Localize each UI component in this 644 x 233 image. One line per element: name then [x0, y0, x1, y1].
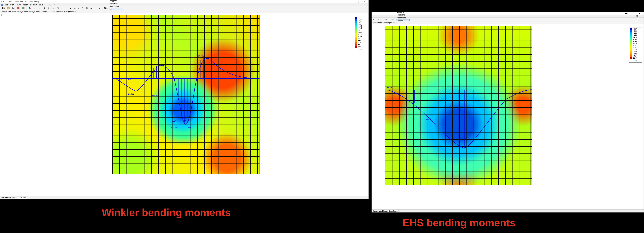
lc-button[interactable]: .LC — [1, 7, 6, 10]
toolbar2-assemblies-manager[interactable]: Assemblies Manager — [54, 11, 71, 13]
toolbar-reactions[interactable]: Reactions — [109, 2, 123, 5]
close-button[interactable]: ✕ — [636, 12, 643, 15]
line-icon[interactable]: Ｌ — [68, 6, 72, 10]
circle-icon[interactable]: ○ — [77, 7, 80, 10]
bcs-button[interactable]: BCs — [103, 7, 108, 10]
mars-icon[interactable]: ♂ — [380, 18, 384, 21]
toolbar-loads[interactable]: Loads — [396, 5, 410, 8]
close-button[interactable]: ✕ — [361, 0, 368, 4]
legend-value: -10.7 — [358, 36, 362, 38]
vector-icon[interactable]: ↗ — [60, 7, 64, 10]
legend-value: -284 — [633, 38, 637, 41]
legend-row: -457 — [630, 28, 641, 30]
legend-swatch — [630, 32, 632, 34]
toolbar2-select-case[interactable]: Select Case — [36, 11, 45, 13]
toolbar-bcs-legend[interactable]: BCs Legend — [396, 8, 410, 11]
annotation: -17.006 — [127, 93, 134, 95]
menu-file[interactable]: File — [4, 4, 9, 6]
element-icon[interactable]: ◫ — [56, 7, 60, 10]
status-label: Current Load Case: — [1, 197, 16, 199]
rect-icon[interactable]: ▭ — [372, 18, 376, 21]
toolbar2-paths-manager[interactable]: Paths Manager — [24, 11, 36, 13]
legend-swatch — [355, 44, 357, 46]
toolbar-secondary-partial: olsAssemblies ManagerBeams — [372, 21, 644, 24]
maximize-button[interactable]: ▢ — [354, 0, 361, 4]
svg-text:+: + — [34, 7, 35, 9]
menu-action[interactable]: Action — [22, 4, 29, 6]
titlebar[interactable]: — ▢ ✕ — [372, 12, 644, 15]
mdi-close-icon[interactable]: × — [639, 15, 643, 17]
spring2-icon[interactable]: ≋ — [89, 7, 93, 10]
legend-row: -319 — [630, 36, 641, 38]
legend-value: 40.6 — [358, 42, 361, 44]
tool-icon-2[interactable] — [21, 7, 26, 10]
annotation: -137.25 — [459, 137, 466, 140]
toolbar2-assemblies-manager[interactable]: Assemblies Manager — [375, 22, 391, 24]
poly-icon[interactable]: ⬠ — [81, 7, 84, 10]
node-icon[interactable]: ⌾ — [52, 7, 56, 10]
legend-row: -77.6 — [630, 51, 641, 53]
menu-help[interactable]: Help — [38, 4, 44, 6]
legend-value: -44.9 — [358, 31, 362, 33]
bcs-button[interactable]: BCs — [390, 18, 395, 21]
zoom-in-icon[interactable]: + — [32, 7, 37, 10]
save-icon[interactable] — [11, 7, 16, 10]
canvas-area[interactable]: 0 57.798 29.025 -17.006 -22.056 -3. — [0, 13, 368, 196]
toolbar2-beams[interactable]: Beams — [391, 22, 397, 24]
mdi-restore-icon[interactable]: ❐ — [48, 4, 52, 6]
toolbar2-query[interactable]: Query — [1, 11, 6, 13]
toolbar-supports[interactable]: Supports — [396, 11, 410, 14]
titlebar[interactable]: BE4E-PLPost - [1.LoadCase1-title1-LoadCa… — [0, 0, 368, 4]
rect-icon[interactable]: ▭ — [73, 7, 76, 10]
toolbar2-ols[interactable]: ols — [372, 22, 375, 24]
legend-row: 25.8 — [630, 57, 641, 59]
legend-value: -319 — [633, 36, 637, 38]
legend-panel[interactable]: -457-422-388-353-319-284-250-215-181-147… — [629, 27, 642, 63]
toolbar2-pl-controls[interactable]: PL Controls — [45, 11, 54, 13]
grid-icon[interactable]: ▦ — [47, 7, 50, 10]
maximize-button[interactable]: ▢ — [630, 12, 636, 15]
menu-draw[interactable]: Draw — [15, 4, 22, 6]
mars2-icon[interactable]: ♂ — [94, 7, 97, 10]
legend-swatch — [630, 55, 632, 57]
toolbar-assemblies[interactable]: Assemblies — [109, 5, 123, 8]
legend-row: -10.7 — [355, 36, 366, 38]
legend-value: -250 — [633, 41, 637, 43]
zoom-out-icon[interactable]: - — [38, 7, 42, 10]
toolbar2-results-manager[interactable]: Results Manager — [10, 11, 24, 13]
legend-row: 57.7 — [355, 44, 366, 46]
tool-icon-1[interactable] — [16, 7, 21, 10]
contour-plot[interactable]: 9.62219 -28.8 2 -137.25 — [385, 26, 532, 185]
open-icon[interactable] — [6, 7, 10, 10]
legend-row: -284 — [630, 38, 641, 41]
canvas-area[interactable]: 9.62219 -28.8 2 -137.25 -457-422-388-353… — [372, 24, 644, 209]
legend-value: -181 — [633, 45, 637, 47]
toolbar-assemblies[interactable]: Assemblies — [396, 16, 410, 19]
mdi-restore-icon[interactable]: ❐ — [635, 15, 639, 17]
legend-panel[interactable]: -165-148-130-113-96.2-79.1-62-44.9-27.8-… — [354, 16, 367, 51]
annotation: -28.8 — [426, 118, 431, 121]
mdi-minimize-icon[interactable]: – — [45, 4, 48, 6]
mars-icon[interactable]: ♂ — [64, 7, 68, 10]
toolbar-supports[interactable]: Supports — [109, 0, 123, 2]
menu-pldesin[interactable]: PLDesin — [29, 4, 38, 6]
minimize-button[interactable]: — — [623, 12, 630, 15]
menu-view[interactable]: View — [9, 4, 15, 6]
pan-icon[interactable]: ✥ — [42, 7, 46, 10]
legend-value: 25.8 — [633, 57, 636, 59]
curve-icon[interactable]: 曲 — [85, 6, 89, 10]
toolbar-reactions[interactable]: Reactions — [396, 14, 410, 16]
legend-row: -215 — [630, 43, 641, 45]
toolbar2-solve[interactable]: Solve — [6, 11, 10, 13]
re-button[interactable]: Re — [28, 7, 32, 10]
toolbar2-beams[interactable]: Beams — [71, 11, 76, 13]
wave-icon[interactable]: ∿ — [98, 7, 101, 10]
contour-plot[interactable]: 57.798 29.025 -17.006 -22.056 -3.054 -1.… — [112, 15, 260, 174]
wave-icon[interactable]: ∿ — [384, 18, 388, 21]
mdi-minimize-icon[interactable]: – — [631, 15, 635, 17]
mdi-system-icon[interactable] — [1, 4, 3, 6]
legend-swatch — [630, 49, 632, 51]
minimize-button[interactable]: — — [348, 0, 354, 4]
circle-icon[interactable]: ○ — [376, 18, 380, 21]
mdi-close-icon[interactable]: × — [53, 4, 56, 6]
